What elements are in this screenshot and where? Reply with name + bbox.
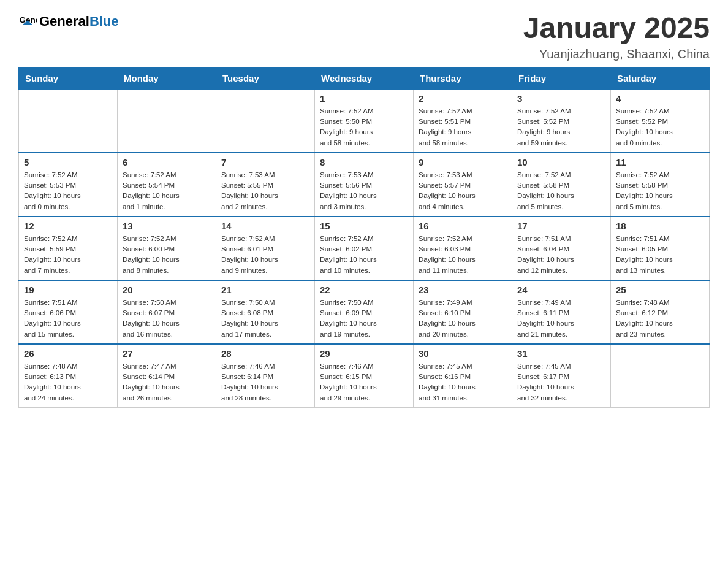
calendar-cell: 11Sunrise: 7:52 AMSunset: 5:58 PMDayligh… xyxy=(611,153,710,216)
day-info: Sunrise: 7:49 AMSunset: 6:11 PMDaylight:… xyxy=(517,297,605,340)
calendar-cell: 20Sunrise: 7:50 AMSunset: 6:07 PMDayligh… xyxy=(118,280,216,344)
calendar-cell: 16Sunrise: 7:52 AMSunset: 6:03 PMDayligh… xyxy=(414,216,512,280)
day-number: 2 xyxy=(419,93,507,104)
day-info: Sunrise: 7:53 AMSunset: 5:56 PMDaylight:… xyxy=(320,170,408,212)
calendar-cell: 13Sunrise: 7:52 AMSunset: 6:00 PMDayligh… xyxy=(118,216,216,280)
day-info: Sunrise: 7:45 AMSunset: 6:17 PMDaylight:… xyxy=(517,361,605,404)
header-wednesday: Wednesday xyxy=(315,67,414,89)
day-number: 12 xyxy=(24,221,112,231)
day-number: 31 xyxy=(517,348,605,359)
calendar-cell xyxy=(19,89,118,153)
calendar-cell: 6Sunrise: 7:52 AMSunset: 5:54 PMDaylight… xyxy=(118,153,216,216)
day-number: 9 xyxy=(419,157,507,167)
logo: General GeneralBlue xyxy=(18,12,119,31)
calendar-cell: 25Sunrise: 7:48 AMSunset: 6:12 PMDayligh… xyxy=(611,280,710,344)
calendar-cell: 18Sunrise: 7:51 AMSunset: 6:05 PMDayligh… xyxy=(611,216,710,280)
day-number: 23 xyxy=(419,285,507,295)
day-info: Sunrise: 7:51 AMSunset: 6:06 PMDaylight:… xyxy=(24,297,112,340)
day-number: 5 xyxy=(24,157,112,167)
day-number: 18 xyxy=(616,221,704,231)
day-info: Sunrise: 7:47 AMSunset: 6:14 PMDaylight:… xyxy=(123,361,211,404)
calendar-cell: 24Sunrise: 7:49 AMSunset: 6:11 PMDayligh… xyxy=(512,280,611,344)
day-number: 28 xyxy=(221,348,309,359)
calendar-cell xyxy=(611,344,710,408)
day-number: 19 xyxy=(24,285,112,295)
day-info: Sunrise: 7:52 AMSunset: 6:00 PMDaylight:… xyxy=(123,234,211,276)
day-number: 4 xyxy=(616,93,704,104)
day-info: Sunrise: 7:52 AMSunset: 5:52 PMDaylight:… xyxy=(616,106,704,148)
day-info: Sunrise: 7:48 AMSunset: 6:12 PMDaylight:… xyxy=(616,297,704,340)
calendar-cell: 14Sunrise: 7:52 AMSunset: 6:01 PMDayligh… xyxy=(216,216,315,280)
day-number: 13 xyxy=(123,221,211,231)
logo-general-text: General xyxy=(39,13,89,29)
logo-blue-text: Blue xyxy=(89,13,119,29)
calendar-cell: 29Sunrise: 7:46 AMSunset: 6:15 PMDayligh… xyxy=(315,344,414,408)
calendar-cell xyxy=(216,89,315,153)
calendar-cell: 28Sunrise: 7:46 AMSunset: 6:14 PMDayligh… xyxy=(216,344,315,408)
day-number: 27 xyxy=(123,348,211,359)
calendar-cell: 4Sunrise: 7:52 AMSunset: 5:52 PMDaylight… xyxy=(611,89,710,153)
calendar-cell: 2Sunrise: 7:52 AMSunset: 5:51 PMDaylight… xyxy=(414,89,512,153)
calendar-cell xyxy=(118,89,216,153)
calendar-cell: 8Sunrise: 7:53 AMSunset: 5:56 PMDaylight… xyxy=(315,153,414,216)
day-info: Sunrise: 7:50 AMSunset: 6:08 PMDaylight:… xyxy=(221,297,309,340)
day-number: 25 xyxy=(616,285,704,295)
header-saturday: Saturday xyxy=(611,67,710,89)
calendar-header-row: SundayMondayTuesdayWednesdayThursdayFrid… xyxy=(19,67,710,89)
calendar-cell: 15Sunrise: 7:52 AMSunset: 6:02 PMDayligh… xyxy=(315,216,414,280)
day-number: 14 xyxy=(221,221,309,231)
day-info: Sunrise: 7:50 AMSunset: 6:07 PMDaylight:… xyxy=(123,297,211,340)
calendar-cell: 1Sunrise: 7:52 AMSunset: 5:50 PMDaylight… xyxy=(315,89,414,153)
day-info: Sunrise: 7:50 AMSunset: 6:09 PMDaylight:… xyxy=(320,297,408,340)
day-number: 3 xyxy=(517,93,605,104)
day-info: Sunrise: 7:52 AMSunset: 5:59 PMDaylight:… xyxy=(24,234,112,276)
day-info: Sunrise: 7:52 AMSunset: 5:54 PMDaylight:… xyxy=(123,170,211,212)
calendar-cell: 10Sunrise: 7:52 AMSunset: 5:58 PMDayligh… xyxy=(512,153,611,216)
day-info: Sunrise: 7:52 AMSunset: 5:51 PMDaylight:… xyxy=(419,106,507,148)
day-number: 17 xyxy=(517,221,605,231)
month-title: January 2025 xyxy=(523,12,710,45)
calendar-week-row: 12Sunrise: 7:52 AMSunset: 5:59 PMDayligh… xyxy=(19,216,710,280)
day-info: Sunrise: 7:53 AMSunset: 5:57 PMDaylight:… xyxy=(419,170,507,212)
day-info: Sunrise: 7:52 AMSunset: 5:50 PMDaylight:… xyxy=(320,106,408,148)
calendar-cell: 12Sunrise: 7:52 AMSunset: 5:59 PMDayligh… xyxy=(19,216,118,280)
day-info: Sunrise: 7:52 AMSunset: 6:02 PMDaylight:… xyxy=(320,234,408,276)
calendar-cell: 3Sunrise: 7:52 AMSunset: 5:52 PMDaylight… xyxy=(512,89,611,153)
calendar-cell: 17Sunrise: 7:51 AMSunset: 6:04 PMDayligh… xyxy=(512,216,611,280)
logo-icon: General xyxy=(18,12,37,31)
day-info: Sunrise: 7:45 AMSunset: 6:16 PMDaylight:… xyxy=(419,361,507,404)
day-info: Sunrise: 7:51 AMSunset: 6:04 PMDaylight:… xyxy=(517,234,605,276)
day-info: Sunrise: 7:46 AMSunset: 6:15 PMDaylight:… xyxy=(320,361,408,404)
day-number: 30 xyxy=(419,348,507,359)
day-info: Sunrise: 7:52 AMSunset: 5:58 PMDaylight:… xyxy=(517,170,605,212)
day-info: Sunrise: 7:52 AMSunset: 5:53 PMDaylight:… xyxy=(24,170,112,212)
title-block: January 2025 Yuanjiazhuang, Shaanxi, Chi… xyxy=(523,12,710,61)
header-monday: Monday xyxy=(118,67,216,89)
day-number: 29 xyxy=(320,348,408,359)
calendar-cell: 31Sunrise: 7:45 AMSunset: 6:17 PMDayligh… xyxy=(512,344,611,408)
day-info: Sunrise: 7:49 AMSunset: 6:10 PMDaylight:… xyxy=(419,297,507,340)
day-number: 6 xyxy=(123,157,211,167)
calendar-cell: 7Sunrise: 7:53 AMSunset: 5:55 PMDaylight… xyxy=(216,153,315,216)
day-info: Sunrise: 7:46 AMSunset: 6:14 PMDaylight:… xyxy=(221,361,309,404)
day-number: 22 xyxy=(320,285,408,295)
day-number: 24 xyxy=(517,285,605,295)
day-number: 21 xyxy=(221,285,309,295)
day-info: Sunrise: 7:52 AMSunset: 6:03 PMDaylight:… xyxy=(419,234,507,276)
day-number: 15 xyxy=(320,221,408,231)
calendar-cell: 22Sunrise: 7:50 AMSunset: 6:09 PMDayligh… xyxy=(315,280,414,344)
day-number: 8 xyxy=(320,157,408,167)
calendar-cell: 21Sunrise: 7:50 AMSunset: 6:08 PMDayligh… xyxy=(216,280,315,344)
calendar-cell: 26Sunrise: 7:48 AMSunset: 6:13 PMDayligh… xyxy=(19,344,118,408)
header-friday: Friday xyxy=(512,67,611,89)
calendar-week-row: 5Sunrise: 7:52 AMSunset: 5:53 PMDaylight… xyxy=(19,153,710,216)
calendar-cell: 23Sunrise: 7:49 AMSunset: 6:10 PMDayligh… xyxy=(414,280,512,344)
day-number: 20 xyxy=(123,285,211,295)
day-number: 1 xyxy=(320,93,408,104)
day-info: Sunrise: 7:53 AMSunset: 5:55 PMDaylight:… xyxy=(221,170,309,212)
calendar-cell: 19Sunrise: 7:51 AMSunset: 6:06 PMDayligh… xyxy=(19,280,118,344)
location-title: Yuanjiazhuang, Shaanxi, China xyxy=(523,47,710,61)
calendar-cell: 5Sunrise: 7:52 AMSunset: 5:53 PMDaylight… xyxy=(19,153,118,216)
calendar-table: SundayMondayTuesdayWednesdayThursdayFrid… xyxy=(18,67,710,408)
day-number: 11 xyxy=(616,157,704,167)
